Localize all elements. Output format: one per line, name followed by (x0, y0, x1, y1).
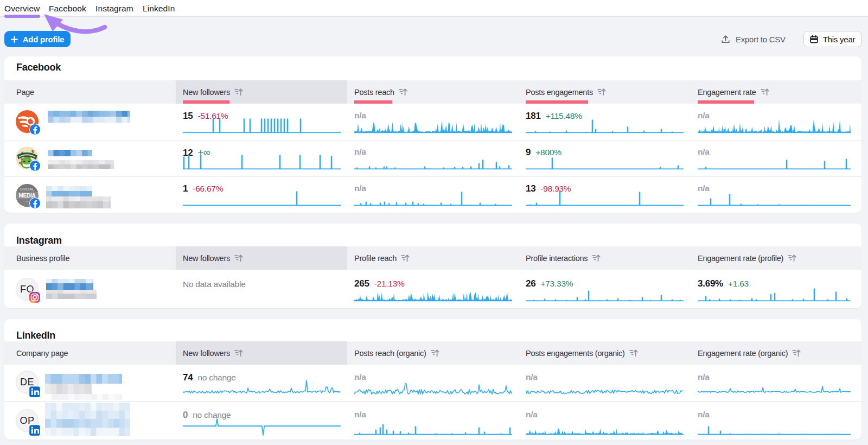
svg-text:SOCIAL: SOCIAL (20, 187, 35, 192)
svg-text:····: ···· (25, 200, 29, 204)
